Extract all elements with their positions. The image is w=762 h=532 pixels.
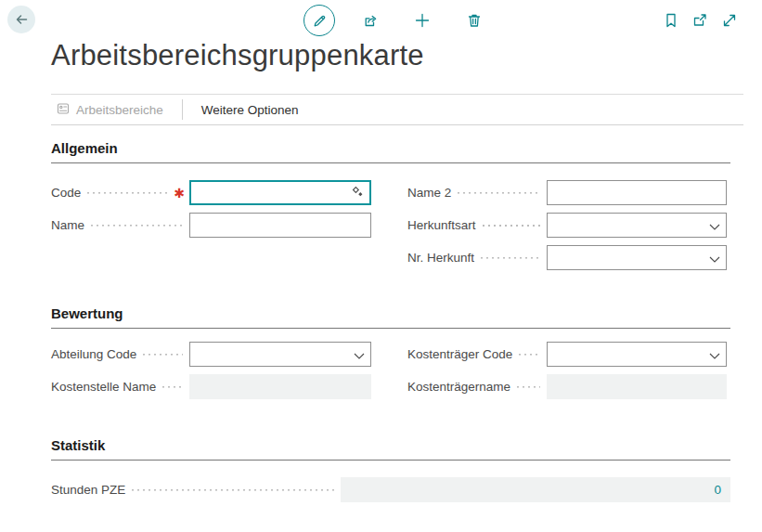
dotted-leader (91, 225, 183, 227)
field-kostentraegername: Kostenträgername (407, 374, 727, 399)
dotted-leader (87, 192, 167, 194)
dotted-leader (162, 386, 183, 388)
field-label: Name 2 (407, 186, 451, 200)
field-label: Code (51, 186, 81, 200)
menu-item-arbeitsbereiche[interactable]: Arbeitsbereiche (51, 102, 169, 118)
field-name2: Name 2 (407, 180, 727, 205)
field-label: Nr. Herkunft (407, 251, 474, 265)
expand-icon (721, 12, 738, 29)
field-nr-herkunft: Nr. Herkunft (407, 245, 727, 270)
menu-item-weitere-optionen[interactable]: Weitere Optionen (196, 103, 304, 117)
workspaces-icon (57, 102, 70, 118)
field-abteilung-code: Abteilung Code (51, 342, 371, 367)
dotted-leader (483, 225, 540, 227)
field-kostentraeger-code: Kostenträger Code (407, 342, 727, 367)
kostentraegername-field (547, 374, 727, 399)
section-statistik: Statistik Stunden PZE 0 (51, 437, 730, 510)
pencil-icon (312, 13, 328, 29)
dotted-leader (517, 386, 540, 388)
plus-icon (414, 12, 431, 29)
section-allgemein: Allgemein Code ✱ (51, 140, 730, 278)
bookmark-icon (663, 12, 679, 29)
back-button[interactable] (7, 6, 35, 33)
bookmark-button[interactable] (663, 12, 679, 29)
nr-herkunft-dropdown[interactable] (547, 245, 727, 270)
field-label: Kostenstelle Name (51, 380, 156, 394)
menu-item-label: Weitere Optionen (201, 103, 299, 117)
dotted-leader (143, 354, 183, 356)
field-label: Herkunftsart (407, 218, 476, 232)
chevron-down-icon (709, 346, 720, 363)
field-label: Kostenträgername (407, 380, 510, 394)
field-stunden-pze: Stunden PZE 0 (51, 477, 730, 502)
menu-divider (182, 99, 183, 120)
section-title: Bewertung (51, 305, 730, 329)
edit-button[interactable] (304, 5, 335, 36)
name2-input[interactable] (548, 181, 726, 204)
section-bewertung: Bewertung Abteilung Code Kostenstelle Na… (51, 305, 730, 407)
field-label: Kostenträger Code (407, 347, 512, 361)
field-label: Stunden PZE (51, 483, 125, 497)
page-title: Arbeitsbereichsgruppenkarte (51, 39, 424, 72)
field-kostenstelle-name: Kostenstelle Name (51, 374, 371, 399)
stunden-pze-field: 0 (341, 477, 730, 502)
popout-icon (691, 12, 708, 29)
field-name: Name (51, 213, 371, 238)
chevron-down-icon (709, 217, 720, 234)
field-label: Abteilung Code (51, 347, 136, 361)
action-menubar: Arbeitsbereiche Weitere Optionen (51, 94, 743, 125)
kostenstelle-name-field (189, 374, 371, 399)
field-code: Code ✱ (51, 180, 371, 205)
kostentraeger-code-dropdown[interactable] (547, 342, 727, 367)
section-title: Allgemein (51, 140, 730, 163)
code-input[interactable] (191, 182, 369, 203)
expand-button[interactable] (721, 12, 738, 29)
popout-button[interactable] (691, 12, 708, 29)
trash-icon (466, 12, 483, 29)
chevron-down-icon (354, 346, 365, 363)
dotted-leader (458, 192, 540, 194)
new-button[interactable] (414, 12, 431, 29)
name-input[interactable] (190, 214, 370, 237)
herkunftsart-dropdown[interactable] (547, 213, 727, 238)
arrow-left-icon (12, 10, 31, 29)
workspace-group-card-page: Arbeitsbereichsgruppenkarte Arbeitsberei… (0, 0, 762, 532)
share-icon (362, 12, 379, 29)
required-marker: ✱ (174, 187, 185, 200)
field-label: Name (51, 218, 84, 232)
dotted-leader (519, 354, 540, 356)
menu-item-label: Arbeitsbereiche (76, 103, 163, 117)
dotted-leader (132, 489, 334, 491)
chevron-down-icon (709, 250, 720, 266)
stunden-pze-value[interactable]: 0 (714, 483, 721, 497)
delete-button[interactable] (466, 12, 483, 29)
share-button[interactable] (362, 12, 379, 29)
abteilung-code-dropdown[interactable] (189, 342, 371, 367)
dotted-leader (481, 257, 540, 259)
section-title: Statistik (51, 437, 730, 461)
field-herkunftsart: Herkunftsart (407, 213, 727, 238)
